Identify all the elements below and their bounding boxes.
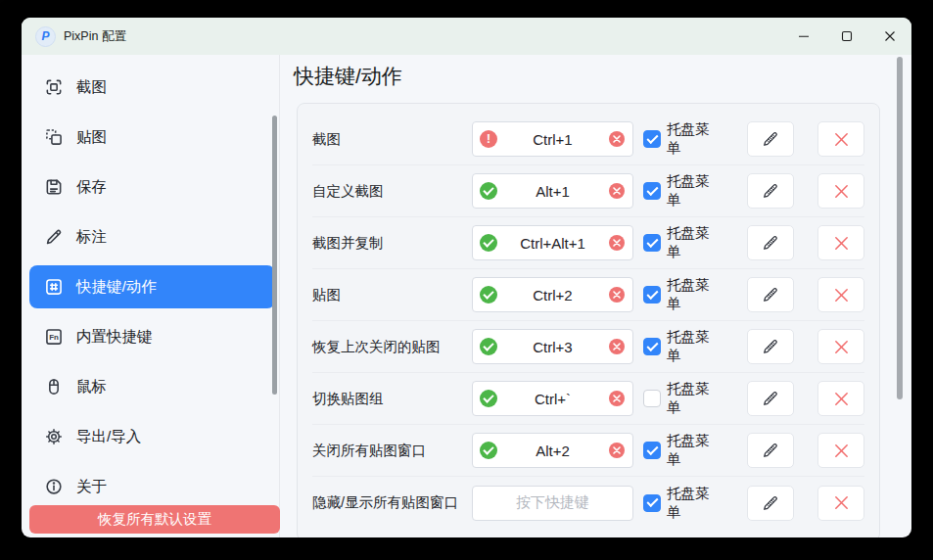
tray-menu-checkbox[interactable] — [643, 182, 661, 200]
hotkey-row: 截图 ! Ctrl+1 托盘菜单 — [312, 114, 864, 165]
delete-hotkey-button[interactable] — [817, 121, 864, 157]
sidebar-item-6[interactable]: Fn 内置快捷键 — [29, 315, 275, 358]
edit-hotkey-button[interactable] — [747, 121, 794, 157]
close-button[interactable] — [868, 18, 911, 55]
sidebar-list: 截图 贴图 保存 标注 快捷键/动作 Fn 内置快捷键 鼠标 导出/导入 关于 — [22, 55, 279, 508]
edit-hotkey-button[interactable] — [747, 486, 794, 521]
action-label: 自定义截图 — [312, 182, 472, 201]
hotkey-input[interactable]: 按下快捷键 — [472, 486, 633, 521]
sidebar-item-8[interactable]: 导出/导入 — [29, 415, 275, 458]
reset-defaults-button[interactable]: 恢复所有默认设置 — [29, 505, 280, 534]
hash-icon — [44, 277, 64, 297]
checkmark-icon — [646, 183, 658, 195]
tray-menu-checkbox[interactable] — [643, 442, 661, 459]
delete-hotkey-button[interactable] — [817, 277, 864, 312]
pixpin-logo-icon: P — [35, 26, 56, 47]
hotkey-row: 自定义截图 Alt+1 托盘菜单 — [312, 165, 864, 217]
sidebar-item-label: 截图 — [76, 77, 107, 98]
clear-hotkey-icon[interactable] — [609, 287, 625, 303]
sidebar-item-4[interactable]: 标注 — [29, 215, 275, 258]
sidebar-item-2[interactable]: 贴图 — [29, 116, 275, 159]
tray-menu-label: 托盘菜单 — [667, 380, 721, 417]
delete-hotkey-button[interactable] — [817, 173, 864, 209]
sidebar-item-label: 贴图 — [76, 127, 107, 148]
checkmark-icon — [646, 495, 658, 507]
hotkey-input[interactable]: Ctrl+2 — [472, 277, 633, 312]
hotkey-row: 恢复上次关闭的贴图 Ctrl+3 托盘菜单 — [312, 321, 864, 373]
hotkey-input[interactable]: Ctrl+3 — [472, 329, 633, 364]
delete-hotkey-button[interactable] — [817, 381, 864, 416]
delete-hotkey-button[interactable] — [817, 225, 864, 260]
edit-hotkey-button[interactable] — [747, 277, 794, 312]
pencil-icon — [761, 233, 780, 253]
checkmark-icon — [646, 131, 658, 143]
sidebar-item-5[interactable]: 快捷键/动作 — [29, 265, 275, 308]
delete-hotkey-button[interactable] — [817, 329, 864, 364]
edit-hotkey-button[interactable] — [747, 381, 794, 416]
hotkey-input[interactable]: Alt+1 — [472, 173, 633, 209]
edit-hotkey-button[interactable] — [747, 225, 794, 260]
edit-hotkey-button[interactable] — [747, 173, 794, 209]
hotkey-row: 关闭所有贴图窗口 Alt+2 托盘菜单 — [312, 425, 864, 477]
pencil-icon — [761, 441, 780, 460]
sidebar-item-label: 标注 — [76, 227, 107, 248]
sidebar-item-3[interactable]: 保存 — [29, 165, 275, 209]
hotkey-input[interactable]: Alt+2 — [472, 433, 633, 468]
tray-menu-checkbox[interactable] — [643, 494, 661, 512]
checkmark-icon — [646, 287, 658, 299]
checkmark-icon — [646, 339, 658, 350]
page-title: 快捷键/动作 — [294, 63, 911, 90]
content-scrollbar[interactable] — [897, 57, 903, 399]
action-label: 关闭所有贴图窗口 — [312, 442, 472, 460]
hotkey-row: 截图并复制 Ctrl+Alt+1 托盘菜单 — [312, 217, 864, 269]
delete-hotkey-button[interactable] — [817, 486, 864, 521]
clear-hotkey-icon[interactable] — [609, 131, 625, 147]
gear-icon — [44, 427, 64, 446]
clear-hotkey-icon[interactable] — [609, 391, 625, 406]
hotkey-input[interactable]: ! Ctrl+1 — [472, 121, 633, 157]
tray-menu-checkbox[interactable] — [643, 130, 661, 148]
pixpin-settings-window: P PixPin 配置 截图 贴图 保存 标注 快捷键/动作 Fn — [22, 18, 911, 537]
sidebar-item-7[interactable]: 鼠标 — [29, 365, 275, 408]
delete-hotkey-button[interactable] — [817, 433, 864, 468]
window-controls — [782, 18, 911, 55]
tray-menu-checkbox[interactable] — [643, 338, 661, 355]
minimize-button[interactable] — [782, 18, 825, 55]
pencil-icon — [761, 129, 780, 149]
sidebar-scrollbar[interactable] — [272, 116, 277, 395]
sidebar-item-9[interactable]: 关于 — [29, 465, 275, 508]
delete-x-icon — [833, 443, 850, 459]
svg-text:Fn: Fn — [49, 333, 59, 342]
hotkey-value: 按下快捷键 — [473, 493, 632, 512]
tray-menu-checkbox[interactable] — [643, 390, 661, 407]
delete-x-icon — [833, 131, 850, 148]
delete-x-icon — [833, 339, 850, 355]
pencil-icon — [761, 389, 780, 408]
hotkey-row: 隐藏/显示所有贴图窗口 按下快捷键 托盘菜单 — [312, 477, 864, 529]
action-label: 切换贴图组 — [312, 390, 472, 408]
hotkey-input[interactable]: Ctrl+Alt+1 — [472, 225, 633, 260]
fn-icon: Fn — [44, 327, 64, 347]
clear-hotkey-icon[interactable] — [609, 183, 625, 199]
hotkey-input[interactable]: Ctrl+` — [472, 381, 633, 416]
window-body: 截图 贴图 保存 标注 快捷键/动作 Fn 内置快捷键 鼠标 导出/导入 关于 … — [22, 55, 911, 537]
edit-hotkey-button[interactable] — [747, 433, 794, 468]
mouse-icon — [44, 377, 64, 397]
sidebar-item-1[interactable]: 截图 — [29, 66, 275, 109]
pencil-icon — [761, 181, 780, 201]
screen: { "window": { "title": "PixPin 配置", "log… — [0, 0, 933, 560]
clear-hotkey-icon[interactable] — [609, 339, 625, 354]
maximize-button[interactable] — [825, 18, 868, 55]
action-label: 贴图 — [312, 286, 472, 304]
minimize-icon — [798, 30, 810, 42]
tray-menu-label: 托盘菜单 — [667, 120, 721, 158]
tray-menu-checkbox[interactable] — [643, 234, 661, 252]
hotkey-row: 贴图 Ctrl+2 托盘菜单 — [312, 269, 864, 321]
delete-x-icon — [833, 235, 850, 252]
tray-menu-checkbox[interactable] — [643, 286, 661, 303]
clear-hotkey-icon[interactable] — [609, 235, 625, 251]
tray-menu-label: 托盘菜单 — [667, 224, 721, 261]
clear-hotkey-icon[interactable] — [609, 443, 625, 458]
edit-hotkey-button[interactable] — [747, 329, 794, 364]
sidebar-item-label: 关于 — [76, 477, 107, 497]
